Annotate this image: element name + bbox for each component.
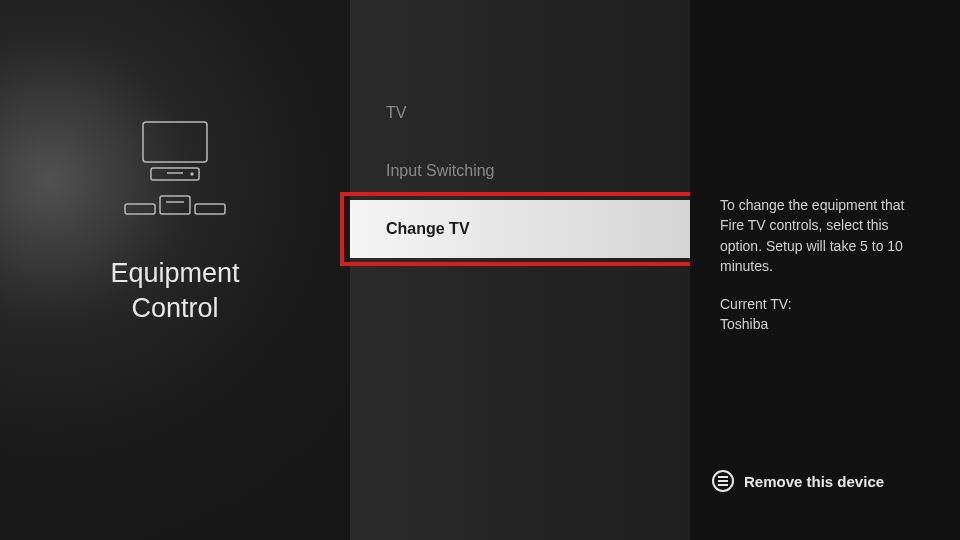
svg-rect-0	[143, 122, 207, 162]
menu-list: TV Input Switching Change TV	[350, 0, 690, 258]
menu-item-label: Input Switching	[386, 162, 495, 180]
description-block: To change the equipment that Fire TV con…	[720, 195, 930, 335]
title-line-2: Control	[110, 291, 239, 326]
svg-rect-7	[195, 204, 225, 214]
menu-item-input-switching[interactable]: Input Switching	[350, 142, 690, 200]
equipment-control-icon	[121, 114, 229, 228]
remove-device-button[interactable]: Remove this device	[712, 470, 884, 492]
current-device-label: Current TV:	[720, 296, 792, 312]
menu-item-change-tv[interactable]: Change TV	[350, 200, 690, 258]
details-panel: To change the equipment that Fire TV con…	[690, 0, 960, 540]
menu-panel: TV Input Switching Change TV	[350, 0, 690, 540]
menu-item-tv[interactable]: TV	[350, 84, 690, 142]
svg-point-3	[191, 173, 193, 175]
section-title: Equipment Control	[110, 256, 239, 326]
menu-icon	[712, 470, 734, 492]
title-line-1: Equipment	[110, 256, 239, 291]
description-text: To change the equipment that Fire TV con…	[720, 195, 930, 276]
current-device-block: Current TV: Toshiba	[720, 294, 930, 335]
svg-rect-5	[160, 196, 190, 214]
svg-rect-4	[125, 204, 155, 214]
menu-item-label: TV	[386, 104, 406, 122]
current-device-value: Toshiba	[720, 316, 768, 332]
menu-item-label: Change TV	[386, 220, 470, 238]
left-panel: Equipment Control	[0, 0, 350, 540]
remove-device-label: Remove this device	[744, 473, 884, 490]
